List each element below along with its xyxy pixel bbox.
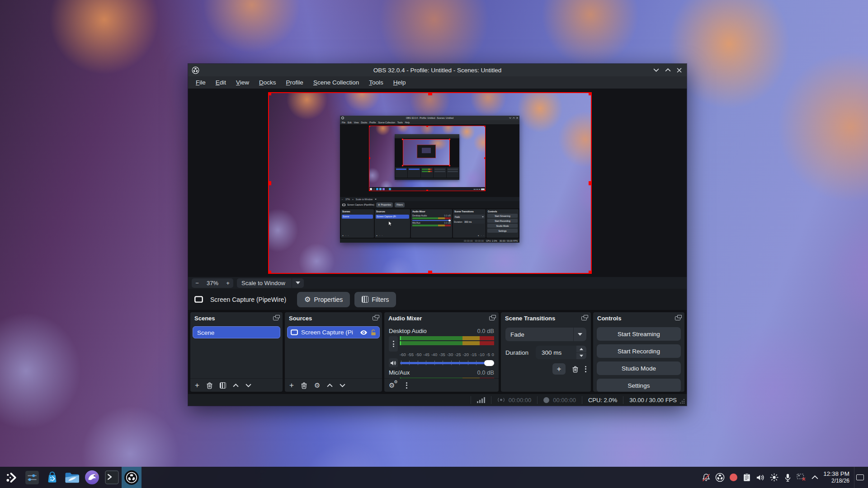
- window-resize-grip[interactable]: [684, 403, 684, 404]
- duration-decrease-button[interactable]: [576, 352, 586, 360]
- brightness-tray[interactable]: [767, 467, 781, 488]
- selection-handle[interactable]: [428, 92, 432, 95]
- captured-obs-window: OBS 32.0.4 - Profile: Untitled - Scenes:…: [340, 116, 519, 243]
- move-scene-down-button[interactable]: [245, 384, 251, 387]
- selection-handle[interactable]: [589, 271, 592, 274]
- mute-button[interactable]: [389, 358, 398, 367]
- popout-icon[interactable]: [489, 316, 495, 320]
- remove-source-button[interactable]: [301, 382, 307, 389]
- transition-menu-button[interactable]: [585, 366, 586, 372]
- volume-tray[interactable]: [754, 467, 767, 488]
- show-desktop-button[interactable]: [854, 467, 866, 488]
- discover-icon: [45, 470, 59, 484]
- recording-indicator-tray[interactable]: [726, 467, 740, 488]
- app-launcher-button[interactable]: [2, 467, 22, 488]
- filters-button[interactable]: Filters: [354, 292, 396, 307]
- properties-button[interactable]: ⚙ Properties: [297, 292, 350, 307]
- expand-tray-button[interactable]: [808, 467, 821, 488]
- mixer-menu-button[interactable]: [406, 382, 407, 389]
- volume-slider-knob[interactable]: [484, 360, 494, 366]
- studio-mode-button[interactable]: Studio Mode: [597, 361, 681, 375]
- popout-icon[interactable]: [273, 316, 278, 320]
- source-properties-button[interactable]: ⚙: [314, 382, 320, 389]
- captured-window-controls: [509, 117, 519, 119]
- dolphin-folder-icon: [65, 471, 80, 483]
- obs-tray[interactable]: [713, 467, 726, 488]
- move-source-up-button[interactable]: [327, 384, 333, 387]
- network-signal-icon: [477, 397, 485, 403]
- taskbar: 12:38 PM 2/18/26: [0, 467, 868, 488]
- popout-icon[interactable]: [675, 316, 680, 320]
- selection-handle[interactable]: [268, 271, 271, 274]
- selection-handle[interactable]: [268, 92, 271, 95]
- channel-level: 0.0 dB: [477, 328, 494, 334]
- channel-menu-button[interactable]: [389, 378, 398, 378]
- record-status-icon: [543, 397, 549, 403]
- selection-handle[interactable]: [589, 92, 592, 95]
- menu-profile[interactable]: Profile: [281, 79, 308, 86]
- popout-icon[interactable]: [373, 316, 378, 320]
- advanced-audio-button[interactable]: ⚙⚙: [389, 382, 395, 389]
- screencast-disconnected-tray[interactable]: [794, 467, 808, 488]
- taskbar-dolphin[interactable]: [62, 467, 82, 488]
- menu-bar: File Edit View Docks Profile Scene Colle…: [188, 76, 687, 89]
- maximize-icon[interactable]: [665, 68, 671, 72]
- captured-status-bar: 00:00:0000:00:00CPU: 2.0%30.00 / 30.00 F…: [340, 239, 519, 243]
- taskbar-falkon[interactable]: [82, 467, 102, 488]
- close-icon[interactable]: [677, 68, 682, 73]
- add-scene-button[interactable]: +: [195, 381, 199, 389]
- chevron-down-icon: [578, 333, 582, 336]
- start-recording-button[interactable]: Start Recording: [597, 344, 681, 358]
- selection-handle[interactable]: [428, 271, 432, 274]
- minimize-icon[interactable]: [653, 68, 659, 72]
- popout-icon[interactable]: [581, 316, 587, 320]
- visibility-eye-icon[interactable]: [360, 330, 368, 335]
- transition-select[interactable]: Fade: [505, 328, 586, 341]
- move-scene-up-button[interactable]: [233, 384, 239, 387]
- audio-mixer-panel: Audio Mixer Desktop Audio 0.0 dB -60-55-…: [384, 312, 499, 392]
- zoom-out-button[interactable]: −: [192, 280, 203, 286]
- screen-capture-source[interactable]: OBS 32.0.4 - Profile: Untitled - Scenes:…: [268, 92, 592, 274]
- cpu-usage: CPU: 2.0%: [582, 394, 623, 406]
- duration-increase-button[interactable]: [576, 346, 586, 352]
- sources-title: Sources: [289, 315, 312, 322]
- menu-help[interactable]: Help: [388, 79, 411, 86]
- clipboard-tray[interactable]: [740, 467, 754, 488]
- notifications-muted-tray[interactable]: [699, 467, 713, 488]
- move-source-down-button[interactable]: [340, 384, 345, 387]
- scene-filters-button[interactable]: [220, 382, 226, 389]
- menu-edit[interactable]: Edit: [211, 79, 231, 86]
- peek-icon: [856, 474, 864, 480]
- scene-list-item[interactable]: Scene: [193, 326, 280, 338]
- taskbar-system-settings[interactable]: [22, 467, 42, 488]
- settings-button[interactable]: Settings: [597, 379, 681, 392]
- selection-handle[interactable]: [589, 181, 592, 185]
- add-transition-button[interactable]: +: [552, 363, 566, 375]
- source-list-item[interactable]: Screen Capture (Pi: [287, 326, 380, 338]
- selection-handle[interactable]: [268, 181, 271, 185]
- menu-docks[interactable]: Docks: [254, 79, 281, 86]
- menu-scene-collection[interactable]: Scene Collection: [308, 79, 364, 86]
- zoom-in-button[interactable]: +: [222, 280, 233, 286]
- microphone-icon: [784, 473, 791, 482]
- taskbar-discover[interactable]: [42, 467, 62, 488]
- start-streaming-button[interactable]: Start Streaming: [597, 327, 681, 341]
- add-source-button[interactable]: +: [289, 381, 294, 389]
- system-settings-icon: [25, 470, 39, 485]
- scale-mode-select[interactable]: Scale to Window: [237, 278, 304, 288]
- lock-icon[interactable]: [371, 329, 376, 336]
- volume-slider[interactable]: [400, 358, 494, 367]
- microphone-tray[interactable]: [781, 467, 794, 488]
- menu-tools[interactable]: Tools: [364, 79, 388, 86]
- taskbar-clock[interactable]: 12:38 PM 2/18/26: [823, 470, 849, 484]
- taskbar-obs-studio[interactable]: [122, 467, 142, 488]
- screencast-x-icon: [797, 474, 806, 481]
- duration-spinbox[interactable]: 300 ms: [536, 346, 586, 359]
- remove-scene-button[interactable]: [206, 382, 213, 389]
- channel-menu-button[interactable]: [389, 336, 398, 352]
- remove-transition-button[interactable]: [572, 366, 579, 373]
- taskbar-konsole[interactable]: [102, 467, 122, 488]
- menu-file[interactable]: File: [191, 79, 211, 86]
- menu-view[interactable]: View: [231, 79, 254, 86]
- window-titlebar[interactable]: OBS 32.0.4 - Profile: Untitled - Scenes:…: [188, 64, 687, 76]
